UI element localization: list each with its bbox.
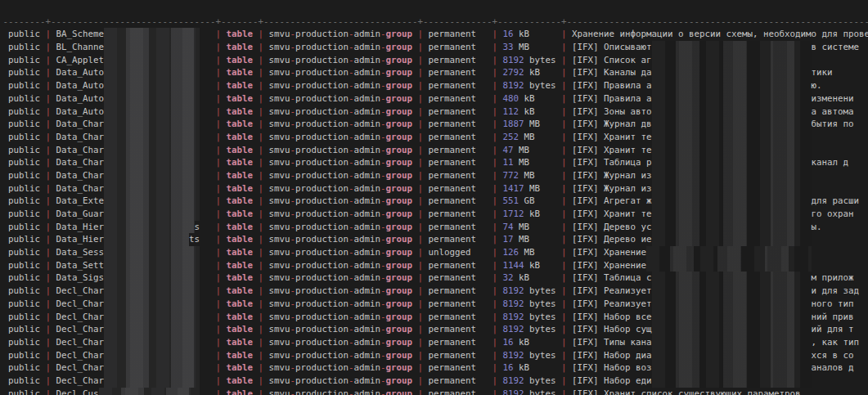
owner-part: admin [354, 298, 381, 309]
name-cell: Data_Char [51, 118, 216, 131]
owner-part: admin [354, 260, 381, 271]
table-row: public| Data_Exte|table|smvu-production-… [3, 195, 868, 208]
description-cell: [IFX] Реализуети для зад [567, 285, 860, 298]
name-cell: Data_Char [51, 169, 216, 182]
size-value: 1417 [503, 183, 524, 194]
size-value: 126 [503, 247, 519, 258]
type-cell: table [221, 195, 259, 208]
owner-part: production [295, 195, 349, 206]
table-row: public| BA_Scheme|table|smvu-production-… [3, 28, 868, 41]
size-cell: 17 MB [497, 233, 561, 246]
owner-part: smvu [268, 145, 290, 155]
size-value: 32 [503, 272, 514, 283]
owner-part: smvu [268, 42, 290, 52]
schema-cell: public [3, 221, 46, 234]
description-cell: [IFX] Набор возаналов д [567, 361, 854, 375]
owner-part: production [295, 337, 349, 348]
table-row: public| Decl_Char|table|smvu-production-… [3, 311, 868, 324]
owner-part: admin [354, 324, 381, 334]
description-cell: [IFX] Типы кана, как тип [567, 336, 860, 349]
censored-desc-block [652, 285, 812, 298]
size-cell: 16 kB [497, 336, 561, 349]
persistence-cell: permanent [423, 361, 492, 375]
owner-part: admin [354, 80, 381, 91]
owner-part: production [295, 106, 349, 117]
censored-desc-block [652, 208, 812, 221]
owner-highlight: group [386, 157, 413, 168]
size-cell: 8192 bytes [497, 375, 561, 388]
persistence-cell: unlogged [423, 246, 492, 259]
censored-name-block [104, 336, 200, 349]
censored-name-block [104, 246, 200, 259]
name-cell: Data_Auto [51, 66, 216, 79]
owner-part: production [295, 388, 349, 395]
owner-part: production [295, 170, 349, 181]
description-cell: [IFX] Хранит те [567, 131, 812, 144]
owner-highlight: group [386, 260, 413, 271]
description-cell: [IFX] Правила аю. [567, 79, 822, 92]
type-cell: table [221, 272, 259, 285]
owner-part: smvu [268, 170, 290, 181]
owner-cell: smvu-production-admin-group [263, 66, 418, 79]
table-row: public| Data_Hiers|table|smvu-production… [3, 221, 868, 234]
owner-part: admin [354, 350, 381, 361]
owner-cell: smvu-production-admin-group [263, 246, 418, 259]
schema-cell: public [3, 388, 46, 395]
owner-highlight: group [386, 222, 413, 232]
schema-cell: public [3, 375, 46, 388]
table-row: public| Data_Char|table|smvu-production-… [3, 156, 868, 169]
censored-desc-block [652, 41, 812, 54]
name-cell: Decl_Char [51, 298, 216, 311]
name-cell: BL_Channe [51, 41, 216, 54]
description-cell: [IFX] Хранение [567, 259, 812, 272]
owner-part: smvu [268, 350, 290, 361]
owner-part: admin [354, 106, 381, 117]
type-cell: table [221, 246, 259, 259]
schema-cell: public [3, 311, 46, 324]
size-value: 8192 [503, 388, 524, 395]
size-value: 1712 [503, 209, 524, 219]
owner-part: production [295, 260, 349, 271]
censored-name-block [104, 156, 200, 169]
owner-cell: smvu-production-admin-group [263, 259, 418, 272]
censored-name-block [104, 41, 200, 54]
owner-cell: smvu-production-admin-group [263, 285, 418, 298]
description-cell: [IFX] Хранит те [567, 144, 812, 157]
owner-part: production [295, 55, 349, 65]
owner-cell: smvu-production-admin-group [263, 182, 418, 195]
description-cell: [IFX] Каналы датики [567, 66, 833, 79]
type-cell: table [221, 375, 259, 388]
table-row: public| Data_Auto|table|smvu-production-… [3, 92, 868, 105]
size-cell: 8192 bytes [497, 285, 561, 298]
censored-name-block [104, 233, 189, 246]
description-cell: [IFX] Агрегат ждля расши [567, 195, 860, 208]
description-cell: [IFX] Описываютв системе [567, 41, 860, 54]
name-cell: Decl_Char [51, 361, 216, 375]
persistence-cell: permanent [423, 28, 492, 41]
censored-name-block [104, 169, 200, 182]
owner-part: production [295, 42, 349, 52]
schema-cell: public [3, 144, 46, 157]
table-row: public| Decl_Char|table|smvu-production-… [3, 323, 868, 336]
owner-part: production [295, 285, 349, 296]
name-cell: Decl_Char [51, 349, 216, 362]
description-cell: [IFX] Таблица см прилож [567, 272, 854, 285]
name-cell: Data_Char [51, 144, 216, 157]
owner-highlight: group [386, 209, 413, 219]
owner-part: smvu [268, 272, 290, 283]
table-row: public| Decl_Char|table|smvu-production-… [3, 375, 868, 388]
size-value: 8192 [503, 55, 524, 65]
size-cell: 8192 bytes [497, 323, 561, 336]
owner-cell: smvu-production-admin-group [263, 79, 418, 92]
owner-part: admin [354, 362, 381, 373]
name-cell: Decl_Cus [51, 388, 216, 395]
owner-part: production [295, 222, 349, 232]
name-cell: Data_Exte [51, 195, 216, 208]
schema-cell: public [3, 28, 46, 41]
table-row: public| BL_Channe|table|smvu-production-… [3, 41, 868, 54]
owner-part: smvu [268, 157, 290, 168]
owner-highlight: group [386, 298, 413, 309]
owner-part: smvu [268, 67, 290, 78]
persistence-cell: permanent [423, 79, 492, 92]
owner-part: production [295, 145, 349, 155]
